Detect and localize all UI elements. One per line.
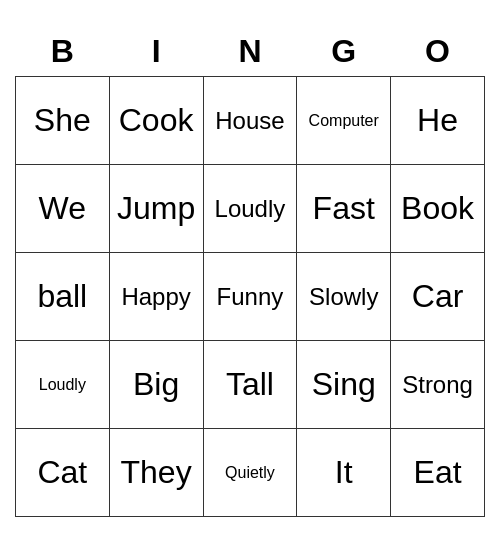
bingo-row-0: SheCookHouseComputerHe [16,77,485,165]
bingo-cell-2-2: Funny [203,253,297,341]
cell-text-1-4: Book [401,190,474,227]
cell-text-2-2: Funny [217,283,284,311]
cell-text-2-1: Happy [121,283,190,311]
cell-text-1-2: Loudly [215,195,286,223]
bingo-cell-1-2: Loudly [203,165,297,253]
header-letter-i: I [109,27,203,77]
bingo-cell-3-2: Tall [203,341,297,429]
cell-text-3-3: Sing [312,366,376,403]
bingo-cell-2-4: Car [391,253,485,341]
bingo-grid: SheCookHouseComputerHeWeJumpLoudlyFastBo… [16,77,485,517]
cell-text-3-0: Loudly [39,376,86,394]
cell-text-4-3: It [335,454,353,491]
bingo-cell-4-3: It [297,429,391,517]
cell-text-3-4: Strong [402,371,473,399]
header-letter-g: G [297,27,391,77]
bingo-cell-3-4: Strong [391,341,485,429]
cell-text-4-4: Eat [414,454,462,491]
bingo-row-1: WeJumpLoudlyFastBook [16,165,485,253]
bingo-cell-3-3: Sing [297,341,391,429]
bingo-cell-4-1: They [109,429,203,517]
bingo-card: BINGO SheCookHouseComputerHeWeJumpLoudly… [15,27,485,517]
cell-text-4-1: They [121,454,192,491]
bingo-cell-2-3: Slowly [297,253,391,341]
bingo-cell-3-0: Loudly [16,341,110,429]
cell-text-1-1: Jump [117,190,195,227]
bingo-cell-2-0: ball [16,253,110,341]
bingo-cell-0-4: He [391,77,485,165]
cell-text-1-3: Fast [313,190,375,227]
cell-text-4-0: Cat [37,454,87,491]
cell-text-4-2: Quietly [225,464,275,482]
cell-text-0-4: He [417,102,458,139]
header-letter-o: O [391,27,485,77]
bingo-header: BINGO [16,27,485,77]
bingo-cell-2-1: Happy [109,253,203,341]
bingo-cell-1-4: Book [391,165,485,253]
bingo-cell-4-4: Eat [391,429,485,517]
cell-text-0-0: She [34,102,91,139]
bingo-cell-0-2: House [203,77,297,165]
cell-text-2-4: Car [412,278,464,315]
bingo-row-4: CatTheyQuietlyItEat [16,429,485,517]
cell-text-1-0: We [39,190,86,227]
bingo-cell-1-0: We [16,165,110,253]
bingo-cell-3-1: Big [109,341,203,429]
cell-text-2-3: Slowly [309,283,378,311]
bingo-cell-4-2: Quietly [203,429,297,517]
bingo-row-2: ballHappyFunnySlowlyCar [16,253,485,341]
cell-text-0-1: Cook [119,102,194,139]
cell-text-3-1: Big [133,366,179,403]
header-letter-n: N [203,27,297,77]
cell-text-2-0: ball [37,278,87,315]
header-letter-b: B [16,27,110,77]
bingo-cell-1-1: Jump [109,165,203,253]
bingo-cell-0-1: Cook [109,77,203,165]
bingo-cell-0-3: Computer [297,77,391,165]
bingo-cell-0-0: She [16,77,110,165]
cell-text-0-3: Computer [309,112,379,130]
bingo-row-3: LoudlyBigTallSingStrong [16,341,485,429]
cell-text-0-2: House [215,107,284,135]
bingo-cell-4-0: Cat [16,429,110,517]
bingo-cell-1-3: Fast [297,165,391,253]
cell-text-3-2: Tall [226,366,274,403]
